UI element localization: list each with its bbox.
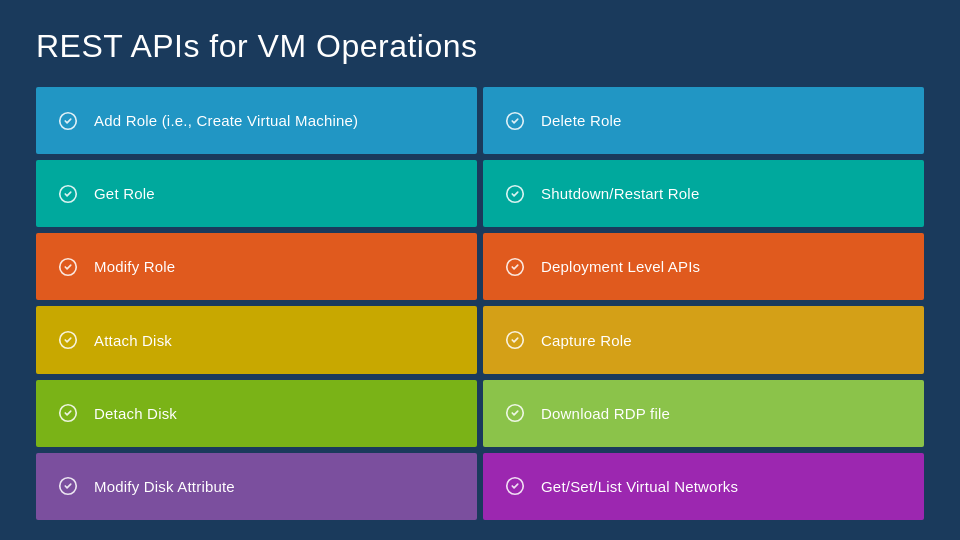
get-role-icon	[54, 180, 82, 208]
tile-modify-role[interactable]: Modify Role	[36, 233, 477, 300]
modify-role-icon	[54, 253, 82, 281]
deployment-level-apis-icon	[501, 253, 529, 281]
capture-role-label: Capture Role	[541, 332, 632, 349]
modify-disk-attribute-icon	[54, 472, 82, 500]
tile-get-set-list-virtual-networks[interactable]: Get/Set/List Virtual Networks	[483, 453, 924, 520]
shutdown-restart-role-label: Shutdown/Restart Role	[541, 185, 699, 202]
get-set-list-virtual-networks-icon	[501, 472, 529, 500]
tile-capture-role[interactable]: Capture Role	[483, 306, 924, 373]
page-title: REST APIs for VM Operations	[36, 28, 924, 65]
add-role-icon	[54, 107, 82, 135]
modify-disk-attribute-label: Modify Disk Attribute	[94, 478, 235, 495]
tiles-grid: Add Role (i.e., Create Virtual Machine) …	[36, 87, 924, 520]
detach-disk-icon	[54, 399, 82, 427]
page: REST APIs for VM Operations Add Role (i.…	[0, 0, 960, 540]
tile-deployment-level-apis[interactable]: Deployment Level APIs	[483, 233, 924, 300]
capture-role-icon	[501, 326, 529, 354]
add-role-label: Add Role (i.e., Create Virtual Machine)	[94, 112, 358, 129]
get-role-label: Get Role	[94, 185, 155, 202]
tile-shutdown-restart-role[interactable]: Shutdown/Restart Role	[483, 160, 924, 227]
delete-role-label: Delete Role	[541, 112, 622, 129]
tile-delete-role[interactable]: Delete Role	[483, 87, 924, 154]
tile-get-role[interactable]: Get Role	[36, 160, 477, 227]
download-rdp-file-icon	[501, 399, 529, 427]
tile-download-rdp-file[interactable]: Download RDP file	[483, 380, 924, 447]
modify-role-label: Modify Role	[94, 258, 175, 275]
tile-add-role[interactable]: Add Role (i.e., Create Virtual Machine)	[36, 87, 477, 154]
download-rdp-file-label: Download RDP file	[541, 405, 670, 422]
delete-role-icon	[501, 107, 529, 135]
tile-modify-disk-attribute[interactable]: Modify Disk Attribute	[36, 453, 477, 520]
shutdown-restart-role-icon	[501, 180, 529, 208]
tile-attach-disk[interactable]: Attach Disk	[36, 306, 477, 373]
deployment-level-apis-label: Deployment Level APIs	[541, 258, 700, 275]
detach-disk-label: Detach Disk	[94, 405, 177, 422]
tile-detach-disk[interactable]: Detach Disk	[36, 380, 477, 447]
attach-disk-label: Attach Disk	[94, 332, 172, 349]
attach-disk-icon	[54, 326, 82, 354]
get-set-list-virtual-networks-label: Get/Set/List Virtual Networks	[541, 478, 738, 495]
